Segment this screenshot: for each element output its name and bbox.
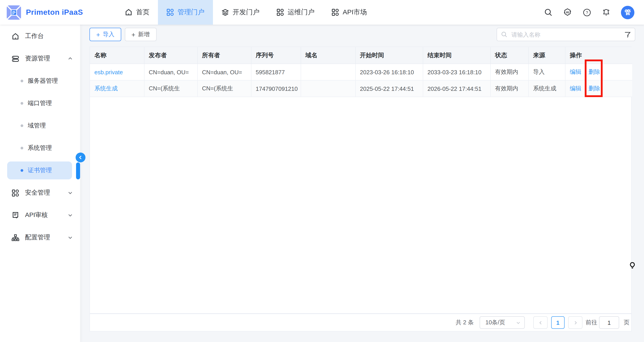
cell-owner: CN=duan, OU= xyxy=(197,64,251,80)
sidebar-item-label: 服务器管理 xyxy=(28,77,58,85)
sidebar-collapse-button[interactable] xyxy=(76,152,86,162)
pagination-bar: 共 2 条 10条/页 1 前往 页 xyxy=(90,314,632,332)
sidebar-item-certificate-management[interactable]: 证书管理 xyxy=(7,162,72,180)
document-check-icon xyxy=(12,211,19,219)
delete-link[interactable]: 删除 xyxy=(588,85,600,92)
certificate-name-link[interactable]: esb.private xyxy=(94,69,123,76)
cell-start-time: 2025-05-22 17:44:51 xyxy=(355,80,423,97)
search-box xyxy=(496,28,635,41)
search-input[interactable] xyxy=(510,31,624,38)
svg-text:AI: AI xyxy=(566,10,569,14)
goto-label: 前往 xyxy=(586,318,597,326)
sidebar-group-configuration[interactable]: 配置管理 xyxy=(0,228,80,246)
bullet-dot xyxy=(20,124,23,127)
sidebar-item-system-management[interactable]: 系统管理 xyxy=(0,139,80,157)
sidebar-item-domain-management[interactable]: 域管理 xyxy=(0,117,80,135)
sidebar-item-label: 端口管理 xyxy=(28,99,52,107)
table-row: esb.private CN=duan, OU= CN=duan, OU= 59… xyxy=(90,64,632,80)
add-button-label: 新增 xyxy=(138,30,150,38)
chevron-up-icon xyxy=(68,56,73,61)
sidebar-group-security[interactable]: 安全管理 xyxy=(0,184,80,202)
bullet-dot xyxy=(20,102,23,105)
chevron-left-icon xyxy=(538,320,543,325)
sidebar-drag-handle[interactable] xyxy=(76,162,80,180)
portal-nav: 首页 管理门户 开发门户 xyxy=(116,0,375,24)
app-root: P Primeton iPaaS 首页 xyxy=(0,0,644,342)
lightbulb-icon[interactable] xyxy=(628,262,636,269)
prev-page-button[interactable] xyxy=(533,316,548,329)
sidebar-group-label: 安全管理 xyxy=(25,189,50,197)
page-unit-label: 页 xyxy=(624,318,630,326)
user-avatar[interactable]: 管 xyxy=(621,6,634,19)
search-icon xyxy=(501,31,507,38)
page-size-select[interactable]: 10条/页 xyxy=(480,316,525,329)
help-icon[interactable]: ? xyxy=(582,8,592,17)
column-header-name: 名称 xyxy=(90,47,144,64)
column-header-status: 状态 xyxy=(490,47,528,64)
column-header-serial: 序列号 xyxy=(251,47,301,64)
column-header-source: 来源 xyxy=(528,47,565,64)
sidebar-item-label: 工作台 xyxy=(25,32,44,40)
nav-tab-ops-portal[interactable]: 运维门户 xyxy=(268,0,323,24)
nav-tab-label: 首页 xyxy=(136,8,150,16)
cell-serial: 1747907091210 xyxy=(251,80,301,97)
brand-title: Primeton iPaaS xyxy=(26,8,83,17)
certificate-table: 名称 发布者 所有者 序列号 域名 开始时间 结束时间 状态 来源 操作 esb… xyxy=(90,46,632,314)
nav-tab-label: 管理门户 xyxy=(178,8,204,16)
bullet-dot xyxy=(20,147,23,150)
grid-icon xyxy=(332,8,339,16)
nav-tab-admin-portal[interactable]: 管理门户 xyxy=(158,0,213,24)
sidebar-item-workbench[interactable]: 工作台 xyxy=(0,27,80,45)
nav-tab-api-market[interactable]: API市场 xyxy=(323,0,375,24)
filter-funnel-icon[interactable] xyxy=(624,31,631,38)
edit-link[interactable]: 编辑 xyxy=(570,68,581,75)
cell-issuer: CN=(系统生 xyxy=(144,80,197,97)
bell-icon[interactable] xyxy=(602,8,611,17)
chevron-down-icon xyxy=(68,190,73,196)
current-page-button[interactable]: 1 xyxy=(551,316,564,329)
sidebar-item-label: 系统管理 xyxy=(28,144,52,152)
next-page-button[interactable] xyxy=(568,316,582,329)
cell-domain xyxy=(301,80,355,97)
search-icon[interactable] xyxy=(544,8,552,16)
plus-icon: + xyxy=(132,31,136,38)
sidebar-group-api-review[interactable]: API审核 xyxy=(0,206,80,224)
certificate-name-link[interactable]: 系统生成 xyxy=(94,85,118,92)
cell-serial: 595821877 xyxy=(251,64,301,80)
total-count: 共 2 条 xyxy=(456,318,474,326)
server-stack-icon xyxy=(12,55,19,62)
sitemap-icon xyxy=(12,234,19,241)
cell-status: 有效期内 xyxy=(490,64,528,80)
cell-domain xyxy=(301,64,355,80)
bullet-dot xyxy=(20,169,23,172)
nav-tab-dev-portal[interactable]: 开发门户 xyxy=(213,0,268,24)
sidebar-item-port-management[interactable]: 端口管理 xyxy=(0,94,80,112)
cell-owner: CN=(系统生 xyxy=(197,80,251,97)
column-header-actions: 操作 xyxy=(565,47,632,64)
ai-assistant-icon[interactable]: AI xyxy=(563,8,572,17)
sidebar-group-label: API审核 xyxy=(25,211,48,219)
cell-status: 有效期内 xyxy=(490,80,528,97)
nav-tab-label: API市场 xyxy=(343,8,367,16)
cell-issuer: CN=duan, OU= xyxy=(144,64,197,80)
sidebar-item-server-management[interactable]: 服务器管理 xyxy=(0,72,80,90)
edit-link[interactable]: 编辑 xyxy=(570,85,581,92)
sidebar-group-resources[interactable]: 资源管理 xyxy=(0,50,80,68)
column-header-owner: 所有者 xyxy=(197,47,251,64)
delete-link[interactable]: 删除 xyxy=(588,68,600,75)
nav-tab-home[interactable]: 首页 xyxy=(116,0,158,24)
goto-page-input[interactable] xyxy=(599,316,619,329)
chevron-down-icon xyxy=(516,320,521,325)
sidebar-item-label: 域管理 xyxy=(28,122,46,130)
grid-icon xyxy=(166,8,174,16)
layers-icon xyxy=(222,8,229,16)
import-button[interactable]: + 导入 xyxy=(90,28,121,41)
brand: P Primeton iPaaS xyxy=(0,5,111,20)
grid-icon xyxy=(12,189,19,196)
sidebar-group-label: 资源管理 xyxy=(25,54,50,63)
add-button[interactable]: + 新增 xyxy=(125,28,156,41)
cell-end-time: 2026-05-22 17:44:51 xyxy=(423,80,490,97)
column-header-start-time: 开始时间 xyxy=(355,47,423,64)
column-header-domain: 域名 xyxy=(301,47,355,64)
app-logo-icon: P xyxy=(6,5,22,20)
